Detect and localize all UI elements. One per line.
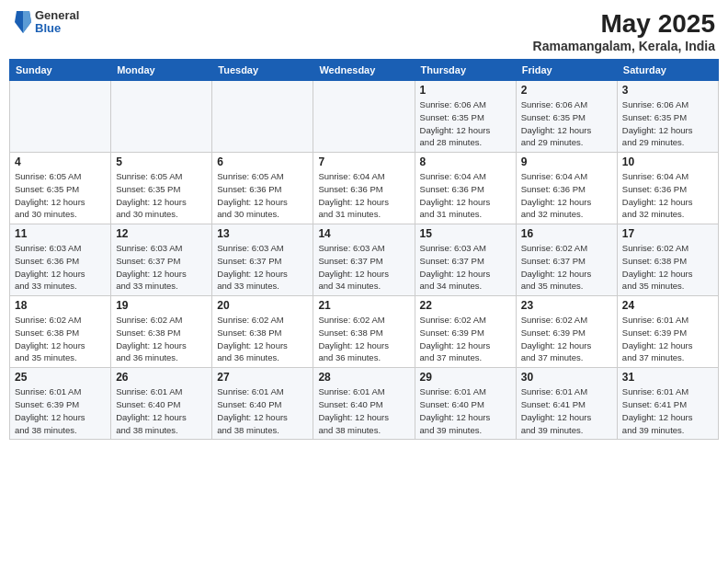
logo: General Blue <box>13 9 79 36</box>
day-number: 23 <box>521 299 612 312</box>
calendar-cell <box>111 81 212 153</box>
day-info: Sunrise: 6:02 AMSunset: 6:37 PMDaylight:… <box>521 242 612 293</box>
logo-general: General <box>35 9 79 22</box>
day-number: 11 <box>15 227 106 240</box>
calendar-week-row: 4Sunrise: 6:05 AMSunset: 6:35 PMDaylight… <box>10 153 719 224</box>
day-info: Sunrise: 6:03 AMSunset: 6:37 PMDaylight:… <box>217 242 308 293</box>
weekday-header-wednesday: Wednesday <box>313 60 415 81</box>
logo-blue: Blue <box>35 22 79 35</box>
day-info: Sunrise: 6:01 AMSunset: 6:39 PMDaylight:… <box>15 385 106 436</box>
calendar-cell: 15Sunrise: 6:03 AMSunset: 6:37 PMDayligh… <box>415 224 516 296</box>
calendar-cell: 8Sunrise: 6:04 AMSunset: 6:36 PMDaylight… <box>415 153 516 224</box>
calendar-cell: 7Sunrise: 6:04 AMSunset: 6:36 PMDaylight… <box>313 153 415 224</box>
calendar-cell: 16Sunrise: 6:02 AMSunset: 6:37 PMDayligh… <box>516 224 617 296</box>
day-info: Sunrise: 6:01 AMSunset: 6:40 PMDaylight:… <box>318 385 409 436</box>
day-number: 7 <box>318 155 409 168</box>
page-header: General Blue May 2025 Ramamangalam, Kera… <box>9 9 719 53</box>
day-info: Sunrise: 6:04 AMSunset: 6:36 PMDaylight:… <box>521 170 612 221</box>
day-info: Sunrise: 6:06 AMSunset: 6:35 PMDaylight:… <box>420 98 511 149</box>
calendar-cell: 2Sunrise: 6:06 AMSunset: 6:35 PMDaylight… <box>516 81 617 153</box>
calendar-cell: 3Sunrise: 6:06 AMSunset: 6:35 PMDaylight… <box>617 81 718 153</box>
calendar-week-row: 1Sunrise: 6:06 AMSunset: 6:35 PMDaylight… <box>10 81 719 153</box>
title-block: May 2025 Ramamangalam, Kerala, India <box>533 9 715 53</box>
day-number: 28 <box>318 371 409 384</box>
calendar-cell: 5Sunrise: 6:05 AMSunset: 6:35 PMDaylight… <box>111 153 212 224</box>
day-number: 8 <box>420 155 511 168</box>
weekday-header-tuesday: Tuesday <box>212 60 313 81</box>
day-info: Sunrise: 6:02 AMSunset: 6:38 PMDaylight:… <box>622 242 713 293</box>
calendar-cell: 29Sunrise: 6:01 AMSunset: 6:40 PMDayligh… <box>415 368 516 440</box>
day-info: Sunrise: 6:06 AMSunset: 6:35 PMDaylight:… <box>521 98 612 149</box>
calendar-cell: 31Sunrise: 6:01 AMSunset: 6:41 PMDayligh… <box>617 368 718 440</box>
calendar-cell: 25Sunrise: 6:01 AMSunset: 6:39 PMDayligh… <box>10 368 111 440</box>
calendar-table: SundayMondayTuesdayWednesdayThursdayFrid… <box>9 59 719 440</box>
day-info: Sunrise: 6:02 AMSunset: 6:39 PMDaylight:… <box>521 314 612 364</box>
calendar-cell: 22Sunrise: 6:02 AMSunset: 6:39 PMDayligh… <box>415 296 516 368</box>
calendar-cell: 23Sunrise: 6:02 AMSunset: 6:39 PMDayligh… <box>516 296 617 368</box>
day-number: 1 <box>420 84 511 97</box>
calendar-cell: 24Sunrise: 6:01 AMSunset: 6:39 PMDayligh… <box>617 296 718 368</box>
day-number: 14 <box>318 227 409 240</box>
calendar-cell <box>212 81 313 153</box>
day-info: Sunrise: 6:01 AMSunset: 6:39 PMDaylight:… <box>622 314 713 364</box>
calendar-cell: 13Sunrise: 6:03 AMSunset: 6:37 PMDayligh… <box>212 224 313 296</box>
month-title: May 2025 <box>533 9 715 39</box>
day-number: 20 <box>217 299 308 312</box>
location-title: Ramamangalam, Kerala, India <box>533 39 715 53</box>
weekday-header-row: SundayMondayTuesdayWednesdayThursdayFrid… <box>10 60 719 81</box>
day-info: Sunrise: 6:05 AMSunset: 6:36 PMDaylight:… <box>217 170 308 221</box>
calendar-cell <box>10 81 111 153</box>
day-info: Sunrise: 6:03 AMSunset: 6:36 PMDaylight:… <box>15 242 106 293</box>
day-number: 16 <box>521 227 612 240</box>
svg-marker-1 <box>23 11 31 33</box>
calendar-cell: 30Sunrise: 6:01 AMSunset: 6:41 PMDayligh… <box>516 368 617 440</box>
day-info: Sunrise: 6:02 AMSunset: 6:38 PMDaylight:… <box>15 314 106 364</box>
calendar-cell: 19Sunrise: 6:02 AMSunset: 6:38 PMDayligh… <box>111 296 212 368</box>
calendar-week-row: 11Sunrise: 6:03 AMSunset: 6:36 PMDayligh… <box>10 224 719 296</box>
calendar-cell: 20Sunrise: 6:02 AMSunset: 6:38 PMDayligh… <box>212 296 313 368</box>
day-info: Sunrise: 6:06 AMSunset: 6:35 PMDaylight:… <box>622 98 713 149</box>
day-info: Sunrise: 6:04 AMSunset: 6:36 PMDaylight:… <box>420 170 511 221</box>
calendar-cell: 9Sunrise: 6:04 AMSunset: 6:36 PMDaylight… <box>516 153 617 224</box>
logo-icon <box>13 9 33 35</box>
day-number: 13 <box>217 227 308 240</box>
weekday-header-sunday: Sunday <box>10 60 111 81</box>
calendar-cell: 1Sunrise: 6:06 AMSunset: 6:35 PMDaylight… <box>415 81 516 153</box>
day-number: 27 <box>217 371 308 384</box>
day-number: 29 <box>420 371 511 384</box>
day-info: Sunrise: 6:01 AMSunset: 6:40 PMDaylight:… <box>217 385 308 436</box>
day-number: 6 <box>217 155 308 168</box>
calendar-cell: 11Sunrise: 6:03 AMSunset: 6:36 PMDayligh… <box>10 224 111 296</box>
day-info: Sunrise: 6:01 AMSunset: 6:41 PMDaylight:… <box>521 385 612 436</box>
day-number: 18 <box>15 299 106 312</box>
calendar-week-row: 25Sunrise: 6:01 AMSunset: 6:39 PMDayligh… <box>10 368 719 440</box>
calendar-cell: 28Sunrise: 6:01 AMSunset: 6:40 PMDayligh… <box>313 368 415 440</box>
day-info: Sunrise: 6:01 AMSunset: 6:40 PMDaylight:… <box>420 385 511 436</box>
day-info: Sunrise: 6:05 AMSunset: 6:35 PMDaylight:… <box>15 170 106 221</box>
day-number: 5 <box>116 155 207 168</box>
day-info: Sunrise: 6:02 AMSunset: 6:38 PMDaylight:… <box>318 314 409 364</box>
day-number: 25 <box>15 371 106 384</box>
weekday-header-monday: Monday <box>111 60 212 81</box>
calendar-cell: 4Sunrise: 6:05 AMSunset: 6:35 PMDaylight… <box>10 153 111 224</box>
day-number: 26 <box>116 371 207 384</box>
calendar-cell: 6Sunrise: 6:05 AMSunset: 6:36 PMDaylight… <box>212 153 313 224</box>
day-number: 21 <box>318 299 409 312</box>
day-info: Sunrise: 6:03 AMSunset: 6:37 PMDaylight:… <box>116 242 207 293</box>
calendar-cell: 26Sunrise: 6:01 AMSunset: 6:40 PMDayligh… <box>111 368 212 440</box>
day-info: Sunrise: 6:02 AMSunset: 6:38 PMDaylight:… <box>217 314 308 364</box>
day-number: 31 <box>622 371 713 384</box>
calendar-cell: 27Sunrise: 6:01 AMSunset: 6:40 PMDayligh… <box>212 368 313 440</box>
calendar-cell: 14Sunrise: 6:03 AMSunset: 6:37 PMDayligh… <box>313 224 415 296</box>
day-number: 2 <box>521 84 612 97</box>
day-number: 22 <box>420 299 511 312</box>
day-number: 3 <box>622 84 713 97</box>
calendar-cell: 21Sunrise: 6:02 AMSunset: 6:38 PMDayligh… <box>313 296 415 368</box>
day-info: Sunrise: 6:03 AMSunset: 6:37 PMDaylight:… <box>318 242 409 293</box>
day-info: Sunrise: 6:05 AMSunset: 6:35 PMDaylight:… <box>116 170 207 221</box>
day-number: 19 <box>116 299 207 312</box>
day-number: 17 <box>622 227 713 240</box>
day-info: Sunrise: 6:01 AMSunset: 6:40 PMDaylight:… <box>116 385 207 436</box>
weekday-header-friday: Friday <box>516 60 617 81</box>
day-number: 30 <box>521 371 612 384</box>
